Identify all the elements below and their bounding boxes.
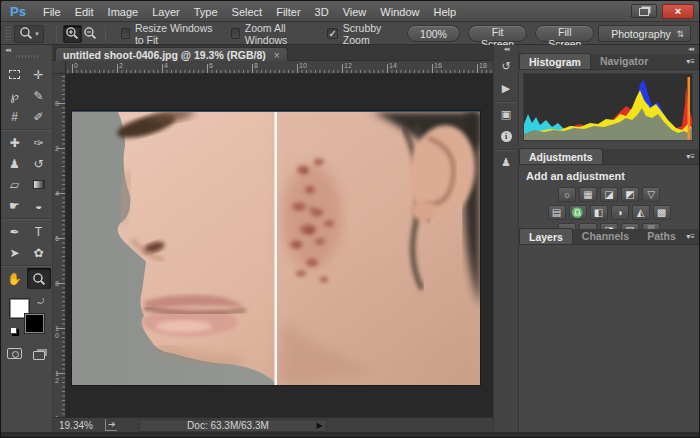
restore-window-icon[interactable] — [631, 4, 657, 18]
tab-channels[interactable]: Channels — [573, 228, 638, 244]
adjustment-photo-filter-icon[interactable]: ◑ — [611, 205, 629, 220]
tab-adjustments[interactable]: Adjustments — [519, 148, 603, 164]
zoom-out-button[interactable] — [82, 25, 100, 43]
menu-3d[interactable]: 3D — [308, 4, 336, 20]
tool-brush[interactable]: ✑ — [27, 132, 51, 153]
dock-separator — [496, 101, 516, 102]
tool-dodge[interactable]: ◒ — [27, 195, 51, 216]
adjustment-color-balance-icon[interactable]: ♎ — [569, 205, 587, 220]
history-icon[interactable]: ↺ — [496, 57, 516, 76]
menu-view[interactable]: View — [336, 4, 374, 20]
adjustment-black-white-icon[interactable]: ◧ — [590, 205, 608, 220]
checkbox-icon[interactable] — [121, 28, 130, 39]
tool-type[interactable]: T — [27, 221, 51, 242]
ruler-number: 14 — [389, 62, 397, 69]
tool-group: ✒T➤✿ — [1, 219, 52, 266]
ruler-number: 0 — [74, 62, 78, 69]
panel-menu-icon[interactable]: ▾≡ — [686, 57, 695, 66]
document-size-field[interactable]: Doc: 63.3M/63.3M ▶ — [139, 419, 327, 432]
default-colors-icon[interactable] — [10, 327, 17, 334]
menu-image[interactable]: Image — [101, 4, 146, 20]
window-bottom-edge — [1, 432, 699, 437]
close-window-button[interactable]: × — [662, 4, 694, 19]
tool-smudge[interactable]: ☛ — [3, 195, 27, 216]
tool-group: ✚✑♟↺▱☛◒ — [1, 130, 52, 219]
ruler-number: 12 — [54, 370, 60, 384]
toolbar-grip[interactable] — [16, 55, 38, 58]
adjustment-curves-icon[interactable]: ◪ — [600, 187, 618, 202]
adjustment-hue-saturation-icon[interactable]: ▤ — [548, 205, 566, 220]
tab-paths[interactable]: Paths — [638, 228, 685, 244]
panel-menu-icon[interactable]: ▾≡ — [686, 232, 695, 241]
checkbox-icon[interactable] — [231, 28, 240, 39]
adjustment-vibrance-icon[interactable]: ▽ — [642, 187, 660, 202]
checkbox-resize-windows-to-fit[interactable]: Resize Windows to Fit — [121, 22, 213, 46]
checkbox-zoom-all-windows[interactable]: Zoom All Windows — [231, 22, 309, 46]
tool-pen[interactable]: ✒ — [3, 221, 27, 242]
panel-menu-icon[interactable]: ▾≡ — [686, 152, 695, 161]
tool-custom-shape[interactable]: ✿ — [27, 242, 51, 263]
tool-eyedropper[interactable]: ✐ — [27, 106, 51, 127]
tool-rectangular-marquee[interactable] — [3, 64, 27, 85]
fill-screen-button[interactable]: Fill Screen — [535, 25, 594, 42]
tool-history-brush[interactable]: ↺ — [27, 153, 51, 174]
ruler-number: 4 — [164, 62, 168, 69]
menu-window[interactable]: Window — [373, 4, 426, 20]
menu-help[interactable]: Help — [426, 4, 463, 20]
tool-path-selection[interactable]: ➤ — [3, 242, 27, 263]
fit-screen-button[interactable]: Fit Screen — [468, 25, 527, 42]
adjustment-row: ☼▦◪◩▽ — [519, 187, 699, 202]
tool-zoom[interactable] — [27, 268, 51, 289]
menu-edit[interactable]: Edit — [68, 4, 101, 20]
adjustment-exposure-icon[interactable]: ◩ — [621, 187, 639, 202]
current-tool-badge[interactable]: ▾ — [14, 25, 45, 43]
adjustment-color-lookup-icon[interactable]: ▩ — [653, 205, 671, 220]
tool-hand[interactable]: ✋ — [3, 268, 27, 289]
expand-dock-icon[interactable]: ◂◂ — [494, 45, 518, 54]
tab-navigator[interactable]: Navigator — [591, 53, 657, 69]
100--button[interactable]: 100% — [407, 25, 460, 42]
collapse-toolbar-icon[interactable]: ◂◂ — [5, 46, 10, 54]
swap-colors-icon[interactable]: ⤾ — [38, 297, 45, 307]
tab-layers[interactable]: Layers — [519, 228, 573, 244]
quick-mask-button[interactable] — [3, 343, 27, 364]
mini-bridge-icon[interactable]: ▣ — [496, 105, 516, 124]
adjustment-levels-icon[interactable]: ▦ — [579, 187, 597, 202]
adjustment-channel-mixer-icon[interactable]: ◭ — [632, 205, 650, 220]
menu-filter[interactable]: Filter — [269, 4, 307, 20]
actions-icon[interactable]: ▶ — [496, 79, 516, 98]
chevron-down-icon: ▾ — [35, 30, 39, 38]
options-buttons: 100%Fit ScreenFill Screen — [403, 25, 598, 42]
close-tab-icon[interactable]: × — [274, 50, 280, 61]
status-menu-arrow-icon[interactable]: ▶ — [316, 421, 325, 430]
tool-gradient[interactable] — [27, 174, 51, 195]
share-icon[interactable]: ➔ — [105, 419, 117, 431]
tool-spot-healing-brush[interactable]: ✚ — [3, 132, 27, 153]
options-grip[interactable] — [5, 27, 11, 41]
checkbox-icon[interactable]: ✓ — [327, 28, 337, 39]
clone-source-icon[interactable]: ♟ — [496, 153, 516, 172]
tab-histogram[interactable]: Histogram — [519, 53, 591, 69]
zoom-in-button[interactable] — [63, 25, 81, 43]
menu-select[interactable]: Select — [225, 4, 270, 20]
menu-layer[interactable]: Layer — [145, 4, 187, 20]
checkbox-scrubby-zoom[interactable]: ✓Scrubby Zoom — [327, 22, 392, 46]
tool-quick-selection[interactable]: ✎ — [27, 85, 51, 106]
adjustment-brightness-contrast-icon[interactable]: ☼ — [558, 187, 576, 202]
canvas[interactable] — [66, 74, 493, 417]
screen-mode-button[interactable] — [27, 343, 51, 364]
histogram-body — [519, 70, 699, 149]
menu-file[interactable]: File — [36, 4, 68, 20]
tool-clone-stamp[interactable]: ♟ — [3, 153, 27, 174]
tool-move[interactable]: ✛ — [27, 64, 51, 85]
info-icon[interactable]: i — [496, 127, 516, 146]
tool-eraser[interactable]: ▱ — [3, 174, 27, 195]
zoom-level-field[interactable]: 19.34% — [59, 420, 99, 431]
tool-lasso[interactable]: ℘ — [3, 85, 27, 106]
background-color-swatch[interactable] — [25, 314, 44, 333]
layers-list[interactable] — [519, 245, 699, 438]
workspace-select[interactable]: Photography ⇅ — [598, 25, 691, 42]
menu-type[interactable]: Type — [187, 4, 225, 20]
tool-crop[interactable]: # — [3, 106, 27, 127]
options-checkboxes: Resize Windows to FitZoom All Windows✓Sc… — [112, 22, 401, 46]
